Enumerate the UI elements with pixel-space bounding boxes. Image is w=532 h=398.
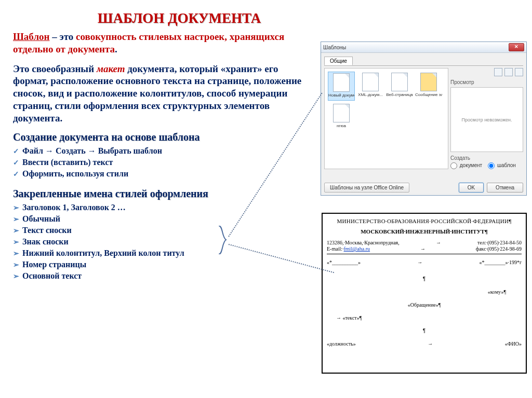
create-label: Создать bbox=[450, 155, 523, 161]
doc-date-right: «*________»·199*г bbox=[479, 259, 522, 265]
doc-date-left: «*__________» bbox=[327, 259, 361, 265]
doc-ministry: МИНИСТЕРСТВО·ОБРАЗОВАНИЯ·РОССИЙСКОЙ·ФЕДЕ… bbox=[327, 218, 522, 224]
close-button[interactable]: ✕ bbox=[509, 43, 524, 51]
dialog-title: Шаблоны bbox=[323, 45, 509, 50]
radio-row: документ шаблон bbox=[450, 162, 523, 169]
office-online-link[interactable]: Шаблоны на узле Office Online bbox=[324, 183, 409, 193]
preview-box: Просмотр невозможен. bbox=[450, 87, 523, 152]
view-large-icon[interactable] bbox=[494, 68, 502, 76]
step-item: Ввести (вставить) текст bbox=[13, 157, 309, 168]
subhead-styles: Закрепленные имена стилей оформления bbox=[13, 188, 309, 200]
doc-fio: «ФИО» bbox=[505, 341, 522, 347]
doc-fax: факс·(095)·224-98-69 bbox=[476, 246, 522, 252]
styles-list: Заголовок 1, Заголовок 2 … Обычный Текст… bbox=[13, 202, 309, 282]
templates-dialog: Шаблоны ✕ Общие Новый документ XML-докум… bbox=[321, 42, 527, 196]
style-item: Знак сноски bbox=[13, 236, 309, 248]
ok-button[interactable]: OK bbox=[459, 183, 484, 193]
tab-strip: Общие bbox=[324, 56, 523, 66]
doc-separator bbox=[327, 254, 522, 254]
template-icon-xml[interactable]: XML-докум... bbox=[357, 72, 384, 101]
doc-tel: тел:·(095)·234-84-50 bbox=[477, 240, 522, 245]
template-icon-email[interactable]: Сообщение электронн... bbox=[415, 72, 442, 101]
term-shablon: Шаблон bbox=[13, 31, 50, 42]
document-template-preview: МИНИСТЕРСТВО·ОБРАЗОВАНИЯ·РОССИЙСКОЙ·ФЕДЕ… bbox=[322, 213, 527, 374]
doc-email-label: E-mail:· bbox=[327, 246, 344, 252]
maket-word: макет bbox=[97, 63, 125, 74]
para-maket: Это своеобразный макет документа, которы… bbox=[13, 63, 309, 125]
step-item: Оформить, используя стили bbox=[13, 168, 309, 180]
brace-icon bbox=[218, 226, 227, 254]
style-item: Номер страницы bbox=[13, 259, 309, 270]
style-item: Заголовок 1, Заголовок 2 … bbox=[13, 202, 309, 213]
doc-obr: «Обращение»¶ bbox=[327, 302, 522, 308]
style-item: Текст сноски bbox=[13, 225, 309, 236]
tab-general[interactable]: Общие bbox=[324, 57, 353, 65]
style-item: Обычный bbox=[13, 213, 309, 225]
doc-pilcrow2: ¶ bbox=[327, 328, 522, 334]
view-detail-icon[interactable] bbox=[515, 68, 523, 76]
template-icon-web[interactable]: Веб-страница bbox=[386, 72, 413, 101]
doc-komu: «кому»¶ bbox=[327, 289, 506, 295]
doc-email: fmil@aha.ru bbox=[344, 246, 370, 252]
dialog-titlebar: Шаблоны ✕ bbox=[321, 42, 526, 53]
doc-text: → «текст»¶ bbox=[336, 315, 522, 321]
view-buttons bbox=[450, 68, 523, 77]
doc-dolzh: «должность» bbox=[327, 341, 356, 347]
cancel-button[interactable]: Отмена bbox=[487, 183, 523, 193]
style-item: Основной текст bbox=[13, 270, 309, 282]
doc-institute: МОСКОВСКИЙ·ИНЖЕНЕРНЫЙ·ИНСТИТУТ¶ bbox=[327, 228, 522, 235]
preview-label: Просмотр bbox=[450, 79, 523, 85]
template-icon-area: Новый документ XML-докум... Веб-страница… bbox=[324, 68, 448, 169]
doc-pilcrow1: ¶ bbox=[327, 276, 522, 282]
para-definition: Шаблон – это совокупность стилевых настр… bbox=[13, 31, 309, 56]
radio-document[interactable]: документ bbox=[450, 162, 482, 168]
step-item: Файл → Создать → Выбрать шаблон bbox=[13, 145, 309, 157]
radio-template[interactable]: шаблон bbox=[488, 162, 516, 168]
subhead-creation: Создание документа на основе шаблона bbox=[13, 131, 309, 143]
template-icon-ngua[interactable]: нгюа bbox=[328, 103, 355, 132]
steps-list: Файл → Создать → Выбрать шаблон Ввести (… bbox=[13, 145, 309, 180]
doc-address: 123286,·Москва,·Краснопрудная, bbox=[327, 240, 400, 245]
template-icon-new-doc[interactable]: Новый документ bbox=[328, 72, 355, 101]
page-title: ШАБЛОН ДОКУМЕНТА bbox=[65, 10, 294, 26]
view-list-icon[interactable] bbox=[504, 68, 513, 76]
